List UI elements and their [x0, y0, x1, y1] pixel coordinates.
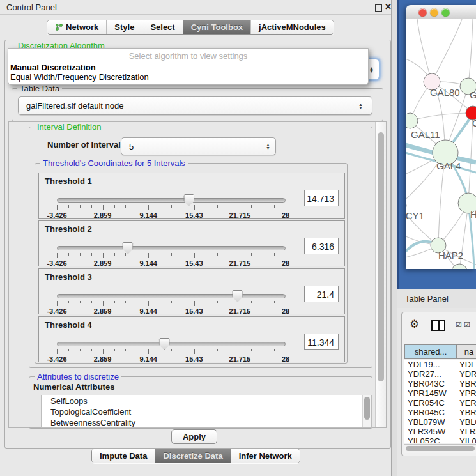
tick-label: 9.144 — [139, 355, 157, 363]
slider-track[interactable] — [57, 198, 286, 203]
node-label: GAL80 — [430, 87, 460, 98]
tick-label: 28 — [282, 211, 289, 219]
scrollbar-thumb[interactable] — [406, 446, 475, 451]
bottom-tab-bar: Impute DataDiscretize DataInfer Network — [91, 449, 300, 463]
tab-jactivemnodules[interactable]: jActiveMNodules — [250, 20, 334, 34]
node-label: C — [472, 118, 476, 128]
table-data-group-label: Table Data — [17, 84, 62, 93]
network-node[interactable] — [452, 264, 467, 269]
attribute-list-item[interactable]: TopologicalCoefficient — [42, 406, 371, 417]
tab-discretize-data[interactable]: Discretize Data — [155, 449, 230, 463]
node-table-container: ⚙ ☑ ☑ shared... na YDL19...YDL1YDR27...Y… — [401, 312, 476, 456]
threshold-3-label: Threshold 3 — [45, 272, 92, 282]
threshold-1-label: Threshold 1 — [45, 176, 92, 186]
table-row[interactable]: YBR045CYBR0 — [404, 408, 476, 417]
checkbox-icon[interactable]: ☑ — [456, 321, 462, 329]
num-intervals-value: 5 — [129, 138, 134, 155]
num-intervals-select[interactable]: 5 ▲▼ — [121, 137, 276, 155]
table-panel-title: Table Panel — [405, 289, 449, 309]
checkbox-icon[interactable]: ☑ — [464, 321, 470, 329]
table-data-group: Table Data galFiltered.sif default node … — [12, 88, 383, 121]
threshold-3-panel: Threshold 3 -3.4262.8599.14415.4321.7152… — [38, 268, 345, 314]
tab-style[interactable]: Style — [106, 20, 142, 34]
table-row[interactable]: YDR27...YDR2 — [404, 369, 476, 379]
table-panel: ⚙ ☑ ☑ shared... na YDL19...YDL1YDR27...Y… — [397, 308, 476, 476]
gear-icon[interactable]: ⚙ — [410, 318, 419, 331]
network-branch-icon — [55, 23, 63, 31]
threshold-1-slider[interactable]: -3.4262.8599.14415.4321.71528 — [57, 195, 286, 217]
table-row[interactable]: YIL052CYIL0 — [404, 436, 476, 443]
threshold-1-panel: Threshold 1 -3.4262.8599.14415.4321.7152… — [38, 173, 345, 219]
tick-label: 28 — [282, 355, 289, 363]
attribute-list-item[interactable]: SelfLoops — [42, 395, 371, 406]
control-panel-titlebar: Control Panel ✕ — [0, 0, 395, 15]
split-view-icon[interactable] — [431, 320, 445, 331]
tick-label: 28 — [282, 259, 289, 267]
slider-track[interactable] — [57, 342, 286, 346]
tick-label: 2.859 — [94, 259, 112, 267]
table-row[interactable]: YDL19...YDL1 — [404, 360, 476, 369]
close-button[interactable] — [418, 8, 427, 17]
tab-network[interactable]: Network — [47, 20, 106, 34]
zoom-button[interactable] — [441, 8, 450, 17]
table-row[interactable]: YBL079WYBL0 — [404, 417, 476, 427]
slider-track[interactable] — [57, 294, 286, 298]
tick-label: -3.426 — [47, 259, 66, 267]
threshold-2-slider[interactable]: -3.4262.8599.14415.4321.71528 — [57, 243, 286, 265]
tab-cyni-toolbox[interactable]: Cyni Toolbox — [183, 20, 250, 34]
table-data-select[interactable]: galFiltered.sif default node ▲▼ — [18, 96, 372, 115]
algorithm-option[interactable]: Equal Width/Frequency Discretization — [10, 72, 149, 82]
tick-label: 28 — [282, 307, 289, 315]
threshold-4-value[interactable]: 11.344 — [304, 334, 339, 350]
slider-track[interactable] — [57, 246, 286, 250]
node-label: GAL11 — [411, 129, 440, 140]
threshold-2-value[interactable]: 6.316 — [304, 238, 339, 254]
apply-button[interactable]: Apply — [171, 429, 217, 444]
table-body: YDL19...YDL1YDR27...YDR2YBR043CYBR0YPR14… — [404, 360, 476, 443]
threshold-4-label: Threshold 4 — [45, 320, 92, 330]
list-scrollbar[interactable] — [362, 395, 371, 427]
table-row[interactable]: YBR043CYBR0 — [404, 379, 476, 388]
threshold-4-slider[interactable]: -3.4262.8599.14415.4321.71528 — [57, 339, 286, 360]
float-window-icon[interactable] — [375, 4, 382, 12]
node-label: H — [470, 209, 476, 220]
network-canvas[interactable]: GAL80GACGAL11GAL4GCY1HHAP2 — [406, 19, 476, 269]
tick-label: 2.859 — [94, 355, 112, 363]
panel-scrollbar[interactable] — [375, 122, 386, 427]
scrollbar-thumb[interactable] — [378, 132, 384, 381]
threshold-3-value[interactable]: 21.4 — [304, 286, 339, 302]
column-header-name[interactable]: na — [456, 344, 476, 359]
algorithm-dropdown-popup: Select algorithm to view settings Manual… — [8, 48, 369, 85]
table-row[interactable]: YPR145WYPR1 — [404, 388, 476, 398]
network-node[interactable] — [406, 113, 418, 128]
tab-select[interactable]: Select — [142, 20, 182, 34]
table-row[interactable]: YER054CYER0 — [404, 398, 476, 408]
network-edge — [417, 19, 432, 82]
network-view-window: GAL80GACGAL11GAL4GCY1HHAP2 — [406, 5, 476, 269]
network-edge — [410, 113, 473, 121]
tick-label: 9.144 — [139, 307, 157, 315]
spinner-arrows-icon: ▲▼ — [358, 103, 363, 109]
minimize-button[interactable] — [430, 8, 438, 17]
algorithm-option[interactable]: Manual Discretization — [10, 63, 96, 72]
column-header-shared-name[interactable]: shared... — [404, 344, 457, 359]
popup-hint: Select algorithm to view settings — [8, 51, 368, 61]
tick-label: 15.43 — [185, 259, 203, 267]
threshold-2-panel: Threshold 2 -3.4262.8599.14415.4321.7152… — [38, 220, 345, 266]
tick-label: -3.426 — [47, 307, 66, 315]
node-label: GA — [470, 89, 476, 100]
attribute-list-item[interactable]: BetweennessCentrality — [42, 417, 371, 428]
tick-label: 2.859 — [94, 211, 112, 219]
scrollbar-thumb[interactable] — [364, 397, 370, 420]
spinner-arrows-icon: ▲▼ — [266, 143, 270, 150]
horizontal-scrollbar[interactable] — [404, 444, 476, 453]
tab-infer-network[interactable]: Infer Network — [231, 449, 300, 463]
table-row[interactable]: YLR345WYLR3 — [404, 427, 476, 436]
threshold-3-slider[interactable]: -3.4262.8599.14415.4321.71528 — [57, 291, 286, 312]
tab-impute-data[interactable]: Impute Data — [92, 449, 155, 463]
control-panel-window: Control Panel ✕ NetworkStyleSelectCyni T… — [0, 0, 476, 476]
interval-group-label: Interval Definition — [35, 122, 104, 132]
attributes-group-label: Attributes to discretize — [35, 372, 121, 381]
settings-scroll-viewport: Interval Definition Number of Intervals … — [8, 121, 387, 428]
threshold-1-value[interactable]: 14.713 — [304, 190, 339, 206]
